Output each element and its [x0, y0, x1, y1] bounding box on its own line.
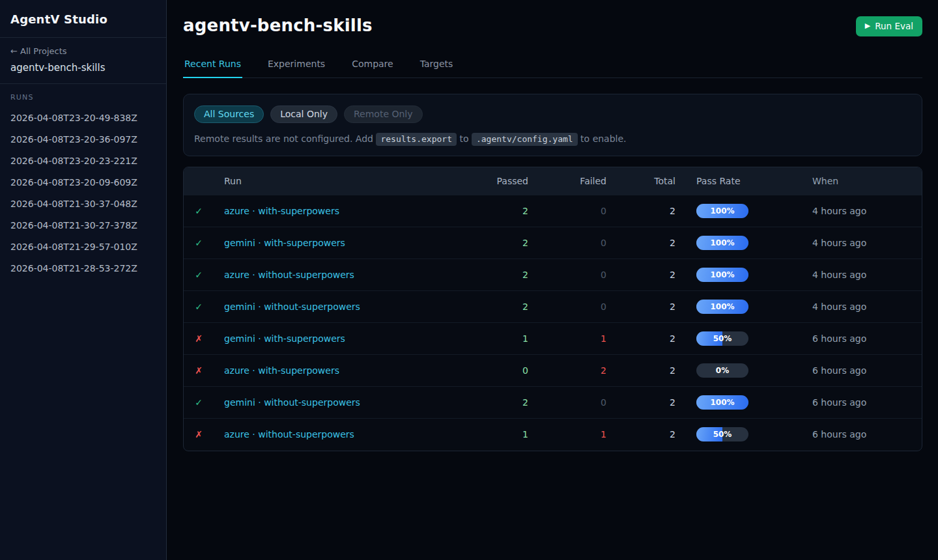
- sidebar-run-item[interactable]: 2026-04-08T21-30-37-048Z: [10, 193, 156, 214]
- failed-count: 0: [547, 195, 619, 227]
- pass-check-icon: ✓: [195, 270, 203, 280]
- tab-compare[interactable]: Compare: [350, 53, 395, 78]
- sidebar-run-item[interactable]: 2026-04-08T23-20-49-838Z: [10, 107, 156, 128]
- run-link[interactable]: azure · without-superpowers: [224, 270, 354, 280]
- run-name-cell: gemini · with-superpowers: [214, 323, 472, 355]
- run-status-cell: ✓: [184, 195, 214, 227]
- run-link[interactable]: azure · without-superpowers: [224, 429, 354, 440]
- total-count: 2: [619, 419, 686, 451]
- pass-check-icon: ✓: [195, 206, 203, 216]
- sidebar-run-item[interactable]: 2026-04-08T21-29-57-010Z: [10, 236, 156, 257]
- failed-count: 2: [547, 355, 619, 387]
- sidebar-run-item[interactable]: 2026-04-08T21-30-27-378Z: [10, 214, 156, 236]
- tab-experiments[interactable]: Experiments: [266, 53, 326, 78]
- fail-cross-icon: ✗: [195, 365, 203, 376]
- page-title: agentv-bench-skills: [183, 16, 373, 35]
- failed-count: 0: [547, 227, 619, 259]
- total-count: 2: [619, 195, 686, 227]
- pass-rate-label: 100%: [696, 236, 748, 250]
- table-row: ✗ azure · without-superpowers 1 1 2 50% …: [184, 419, 922, 451]
- pass-rate-cell: 50%: [686, 419, 802, 451]
- sidebar-run-item[interactable]: 2026-04-08T23-20-09-609Z: [10, 171, 156, 193]
- pass-rate-label: 100%: [696, 395, 748, 410]
- when-cell: 4 hours ago: [802, 291, 922, 323]
- table-row: ✗ azure · with-superpowers 0 2 2 0% 6 ho…: [184, 355, 922, 387]
- run-eval-label: Run Eval: [875, 21, 913, 31]
- chip-all-sources[interactable]: All Sources: [194, 105, 264, 123]
- run-status-cell: ✓: [184, 259, 214, 291]
- passed-count: 0: [472, 355, 547, 387]
- tab-targets[interactable]: Targets: [419, 53, 455, 78]
- pass-rate-label: 100%: [696, 300, 748, 314]
- app-window: AgentV Studio ← All Projects agentv-benc…: [0, 0, 938, 560]
- run-name-cell: gemini · with-superpowers: [214, 227, 472, 259]
- chip-remote-only[interactable]: Remote Only: [344, 105, 423, 123]
- play-icon: ▶: [865, 21, 870, 30]
- run-link[interactable]: gemini · with-superpowers: [224, 238, 345, 248]
- pass-rate-cell: 100%: [686, 291, 802, 323]
- run-link[interactable]: gemini · without-superpowers: [224, 301, 360, 312]
- source-filter-panel: All SourcesLocal OnlyRemote Only Remote …: [183, 94, 922, 156]
- column-header-pass-rate: Pass Rate: [686, 167, 802, 195]
- when-cell: 6 hours ago: [802, 355, 922, 387]
- all-projects-link[interactable]: ← All Projects: [10, 46, 156, 56]
- table-row: ✓ gemini · with-superpowers 2 0 2 100% 4…: [184, 227, 922, 259]
- sidebar-runs-section: RUNS 2026-04-08T23-20-49-838Z2026-04-08T…: [0, 84, 166, 288]
- pass-rate-pill: 100%: [696, 395, 748, 410]
- runs-list: 2026-04-08T23-20-49-838Z2026-04-08T23-20…: [10, 107, 156, 279]
- remote-config-note: Remote results are not configured. Add r…: [194, 133, 911, 144]
- pass-rate-label: 0%: [696, 363, 748, 378]
- run-name-cell: azure · with-superpowers: [214, 195, 472, 227]
- sidebar-run-item[interactable]: 2026-04-08T21-28-53-272Z: [10, 257, 156, 279]
- pass-rate-pill: 100%: [696, 300, 748, 314]
- run-name-cell: gemini · without-superpowers: [214, 291, 472, 323]
- failed-count: 0: [547, 387, 619, 419]
- when-cell: 6 hours ago: [802, 419, 922, 451]
- main-content: agentv-bench-skills ▶ Run Eval Recent Ru…: [167, 0, 938, 560]
- run-status-cell: ✗: [184, 355, 214, 387]
- passed-count: 1: [472, 323, 547, 355]
- pass-check-icon: ✓: [195, 397, 203, 408]
- note-text: Remote results are not configured. Add: [194, 133, 376, 144]
- sidebar-run-item[interactable]: 2026-04-08T23-20-23-221Z: [10, 150, 156, 171]
- run-link[interactable]: azure · with-superpowers: [224, 365, 339, 376]
- sidebar-run-item[interactable]: 2026-04-08T23-20-36-097Z: [10, 128, 156, 150]
- total-count: 2: [619, 259, 686, 291]
- total-count: 2: [619, 355, 686, 387]
- table-header-row: Run Passed Failed Total Pass Rate When: [184, 167, 922, 195]
- table-row: ✗ gemini · with-superpowers 1 1 2 50% 6 …: [184, 323, 922, 355]
- note-text: to: [457, 133, 472, 144]
- pass-rate-label: 100%: [696, 268, 748, 282]
- pass-rate-pill: 50%: [696, 331, 748, 346]
- failed-count: 0: [547, 291, 619, 323]
- fail-cross-icon: ✗: [195, 333, 203, 344]
- status-column-header: [184, 167, 214, 195]
- run-eval-button[interactable]: ▶ Run Eval: [856, 16, 922, 36]
- pass-check-icon: ✓: [195, 301, 203, 312]
- column-header-run: Run: [214, 167, 472, 195]
- table-row: ✓ gemini · without-superpowers 2 0 2 100…: [184, 291, 922, 323]
- pass-rate-label: 50%: [696, 427, 748, 441]
- pass-rate-pill: 100%: [696, 268, 748, 282]
- tab-bar: Recent RunsExperimentsCompareTargets: [183, 53, 922, 78]
- total-count: 2: [619, 387, 686, 419]
- run-name-cell: azure · without-superpowers: [214, 259, 472, 291]
- chip-local-only[interactable]: Local Only: [270, 105, 337, 123]
- pass-rate-pill: 100%: [696, 236, 748, 250]
- pass-rate-pill: 50%: [696, 427, 748, 441]
- failed-count: 1: [547, 323, 619, 355]
- run-name-cell: azure · without-superpowers: [214, 419, 472, 451]
- run-link[interactable]: gemini · with-superpowers: [224, 333, 345, 344]
- column-header-when: When: [802, 167, 922, 195]
- pass-rate-cell: 100%: [686, 195, 802, 227]
- table-row: ✓ gemini · without-superpowers 2 0 2 100…: [184, 387, 922, 419]
- failed-count: 1: [547, 419, 619, 451]
- runs-section-label: RUNS: [10, 93, 156, 102]
- run-link[interactable]: gemini · without-superpowers: [224, 397, 360, 408]
- run-link[interactable]: azure · with-superpowers: [224, 206, 339, 216]
- pass-rate-cell: 50%: [686, 323, 802, 355]
- runs-table: Run Passed Failed Total Pass Rate When ✓…: [184, 167, 922, 451]
- pass-rate-cell: 0%: [686, 355, 802, 387]
- tab-recent-runs[interactable]: Recent Runs: [183, 53, 242, 78]
- run-status-cell: ✓: [184, 291, 214, 323]
